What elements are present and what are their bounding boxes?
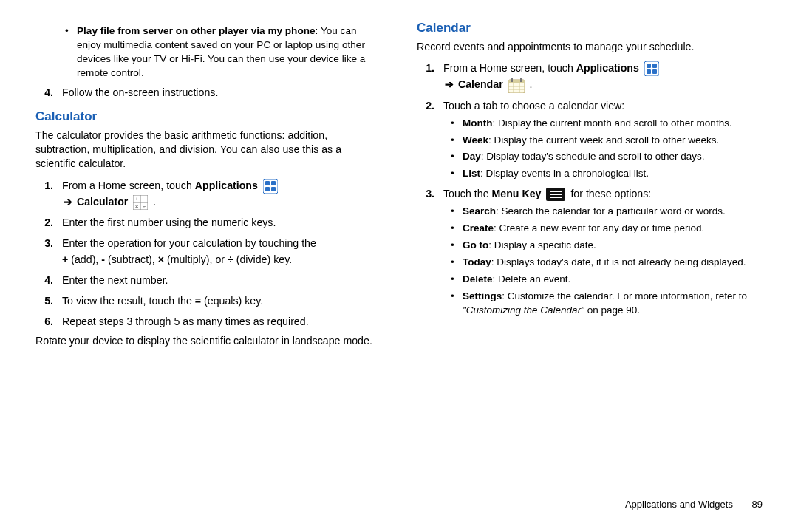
manual-page: Play file from server on other player vi…: [0, 0, 798, 516]
calc1-a: From a Home screen, touch: [62, 180, 195, 191]
cal3-a: Touch the: [443, 188, 491, 200]
o3b: Today: [463, 256, 491, 267]
applications-icon: [263, 179, 278, 194]
calc3-c: (subtract),: [105, 253, 158, 265]
osb: Settings: [463, 290, 502, 301]
calc3-b: (add),: [68, 253, 101, 265]
bullet-lead: Play file from server on other player vi…: [77, 25, 316, 36]
calc3-d: (multiply), or: [164, 253, 228, 265]
top-steps: 4. Follow the on-screen instructions.: [35, 84, 381, 100]
calc-step-2: 2. Enter the first number using the nume…: [52, 214, 381, 231]
marker-4b: 4.: [35, 272, 53, 288]
svg-rect-26: [550, 191, 562, 192]
calc-rotate-note: Rotate your device to display the scient…: [35, 334, 381, 348]
calc5-a: To view the result, touch the: [62, 295, 195, 307]
osi: "Customizing the Calendar": [463, 304, 584, 316]
page-number: 89: [752, 499, 763, 510]
calendar-desc: Record events and appointments to manage…: [417, 40, 763, 54]
marker-1: 1.: [35, 177, 53, 194]
opt-goto: Go to: Display a specific date.: [463, 239, 763, 253]
svg-rect-27: [550, 194, 562, 195]
v3t: : Display events in a chronological list…: [480, 168, 649, 179]
o3t: : Displays today's date, if it is not al…: [491, 256, 746, 267]
applications-icon: [644, 61, 659, 76]
svg-text:÷: ÷: [143, 203, 146, 210]
svg-rect-4: [271, 187, 276, 191]
cal-step-3: 3. Touch the Menu Key for these options:…: [433, 185, 763, 317]
calc1-b: Applications: [195, 180, 258, 191]
calendar-icon: [508, 78, 525, 93]
v2t: : Display today's schedule and scroll to…: [481, 151, 705, 162]
equals-sym: =: [195, 295, 201, 307]
calc3-a: Enter the operation for your calculation…: [62, 237, 316, 249]
calc3-e: (divide) key.: [233, 253, 292, 265]
times-sym: ×: [158, 253, 164, 265]
o0t: : Search the calendar for a particular w…: [496, 205, 726, 216]
calc2-text: Enter the first number using the numeric…: [62, 216, 276, 228]
v0b: Month: [463, 117, 492, 129]
top-bullets: Play file from server on other player vi…: [35, 24, 381, 80]
cal-step-2: 2. Touch a tab to choose a calendar view…: [433, 98, 763, 182]
step4-text: Follow the on-screen instructions.: [62, 86, 218, 98]
right-column: Calendar Record events and appointments …: [399, 21, 763, 516]
arrow-2: ➔: [443, 78, 455, 90]
o1b: Create: [463, 222, 494, 233]
svg-rect-14: [652, 64, 657, 68]
follow-instructions-step: 4. Follow the on-screen instructions.: [52, 84, 381, 100]
calc-step-5: 5. To view the result, touch the = (equa…: [52, 293, 381, 309]
marker-1b: 1.: [417, 60, 434, 76]
marker-4: 4.: [35, 84, 53, 100]
period: .: [153, 196, 156, 208]
v3b: List: [463, 168, 480, 179]
menu-options-list: Search: Search the calendar for a partic…: [443, 205, 763, 317]
calc4-text: Enter the next number.: [62, 274, 168, 286]
view-week: Week: Display the current week and scrol…: [463, 134, 763, 148]
svg-rect-28: [550, 197, 562, 198]
svg-text:−: −: [143, 196, 146, 202]
cal-step-1: 1. From a Home screen, touch Application…: [433, 60, 763, 93]
view-day: Day: Display today's schedule and scroll…: [463, 150, 763, 164]
menu-key-icon: [546, 188, 565, 201]
calc1-c: Calculator: [77, 196, 128, 208]
o4t: : Delete an event.: [493, 273, 571, 284]
svg-text:+: +: [135, 196, 139, 202]
v0t: : Display the current month and scroll t…: [492, 117, 732, 129]
o0b: Search: [463, 205, 496, 216]
svg-rect-12: [644, 61, 659, 76]
marker-2: 2.: [35, 214, 53, 231]
ost: : Customize the calendar. For more infor…: [502, 290, 747, 301]
left-column: Play file from server on other player vi…: [35, 21, 399, 516]
view-list: List: Display events in a chronological …: [463, 167, 763, 181]
opt-search: Search: Search the calendar for a partic…: [463, 205, 763, 219]
calc-step-3: 3. Enter the operation for your calculat…: [52, 235, 381, 267]
o2t: : Display a specific date.: [488, 239, 596, 250]
svg-rect-18: [508, 80, 525, 83]
v1t: : Display the current week and scroll to…: [488, 134, 719, 146]
v1b: Week: [463, 134, 488, 146]
calendar-heading: Calendar: [417, 21, 763, 35]
arrow-1: ➔: [62, 196, 74, 208]
calc5-b: (equals) key.: [201, 295, 263, 307]
svg-rect-3: [265, 187, 270, 191]
calc-step-1: 1. From a Home screen, touch Application…: [52, 177, 381, 211]
opt-create: Create: Create a new event for any day o…: [463, 222, 763, 236]
svg-rect-13: [647, 64, 651, 68]
svg-rect-1: [265, 181, 270, 185]
marker-3b: 3.: [417, 185, 434, 202]
v2b: Day: [463, 151, 481, 162]
footer-section: Applications and Widgets: [625, 499, 733, 510]
marker-3: 3.: [35, 235, 53, 251]
calculator-desc: The calculator provides the basic arithm…: [35, 129, 381, 171]
play-file-bullet: Play file from server on other player vi…: [77, 24, 381, 80]
cal-steps: 1. From a Home screen, touch Application…: [417, 60, 763, 317]
period-b: .: [530, 78, 533, 90]
svg-rect-2: [271, 181, 276, 185]
marker-2b: 2.: [417, 98, 434, 114]
cal3-c: for these options:: [570, 188, 651, 200]
calculator-icon: +−×÷: [133, 195, 148, 210]
svg-rect-15: [647, 69, 651, 74]
calc-step-6: 6. Repeat steps 3 through 5 as many time…: [52, 313, 381, 330]
o4b: Delete: [463, 273, 493, 284]
cal2-text: Touch a tab to choose a calendar view:: [443, 100, 624, 112]
o2b: Go to: [463, 239, 488, 250]
